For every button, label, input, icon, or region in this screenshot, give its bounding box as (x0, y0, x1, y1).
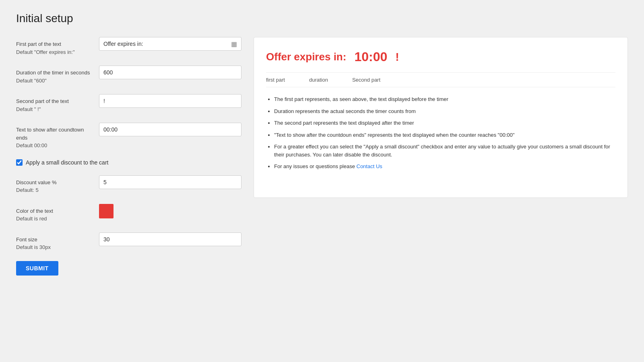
preview-label-duration: duration (309, 77, 328, 83)
first-part-label: First part of the text Default "Offer ex… (16, 37, 93, 56)
page-title: Initial setup (16, 12, 628, 25)
bullet-1: The first part represents, as seen above… (274, 95, 615, 103)
second-part-label: Second part of the text Default " !" (16, 94, 93, 113)
grid-icon: ▦ (227, 38, 241, 50)
font-row: Font size Default is 30px (16, 232, 242, 251)
color-swatch-wrap (99, 204, 242, 218)
preview-label-second: Second part (352, 77, 380, 83)
preview-timer-suffix: ! (395, 51, 399, 64)
first-part-input-wrap: ▦ (99, 37, 242, 51)
discount-row: Discount value % Default: 5 (16, 175, 242, 194)
discount-checkbox[interactable] (16, 159, 23, 166)
first-part-input[interactable] (99, 37, 227, 50)
countdown-row: Text to show after coundtown ends Defaul… (16, 123, 242, 150)
bullet-3: The second part represents the text disp… (274, 119, 615, 127)
duration-label: Duration of the timer in seconds Default… (16, 66, 93, 84)
color-label: Color of the text Default is red (16, 204, 93, 223)
preview-labels: first part duration Second part (266, 72, 615, 87)
contact-link[interactable]: Contact Us (357, 163, 382, 169)
discount-checkbox-row: Apply a small discount to the cart (16, 159, 242, 166)
countdown-input-wrap (99, 123, 242, 136)
discount-checkbox-label: Apply a small discount to the cart (26, 159, 108, 166)
font-label: Font size Default is 30px (16, 232, 93, 251)
duration-input[interactable] (99, 66, 242, 79)
preview-timer-label: Offer expires in: (266, 51, 346, 63)
discount-input-wrap (99, 175, 242, 189)
duration-row: Duration of the timer in seconds Default… (16, 66, 242, 84)
form-section: First part of the text Default "Offer ex… (16, 37, 242, 276)
bullet-4: "Text to show after the countdoun ends" … (274, 131, 615, 139)
discount-label: Discount value % Default: 5 (16, 175, 93, 194)
countdown-input[interactable] (99, 123, 242, 136)
discount-input[interactable] (99, 175, 242, 189)
second-part-row: Second part of the text Default " !" (16, 94, 242, 113)
font-input[interactable] (99, 232, 242, 246)
duration-input-wrap (99, 66, 242, 79)
preview-timer: Offer expires in: 10:00 ! (266, 49, 615, 64)
preview-bullets: The first part represents, as seen above… (266, 95, 615, 171)
bullet-2: Duration represents the actual seconds t… (274, 107, 615, 115)
preview-panel: Offer expires in: 10:00 ! first part dur… (254, 37, 628, 198)
preview-label-first: first part (266, 77, 285, 83)
countdown-label: Text to show after coundtown ends Defaul… (16, 123, 93, 150)
submit-button[interactable]: SUBMIT (16, 261, 58, 276)
preview-timer-value: 10:00 (354, 49, 387, 64)
first-part-input-container: ▦ (99, 37, 242, 51)
color-row: Color of the text Default is red (16, 204, 242, 223)
first-part-row: First part of the text Default "Offer ex… (16, 37, 242, 56)
second-part-input[interactable] (99, 94, 242, 108)
bullet-5: For a greater effect you can select the … (274, 143, 615, 158)
bullet-6: For any issues or questions please Conta… (274, 162, 615, 171)
second-part-input-wrap (99, 94, 242, 108)
color-swatch[interactable] (99, 204, 114, 218)
font-input-wrap (99, 232, 242, 246)
